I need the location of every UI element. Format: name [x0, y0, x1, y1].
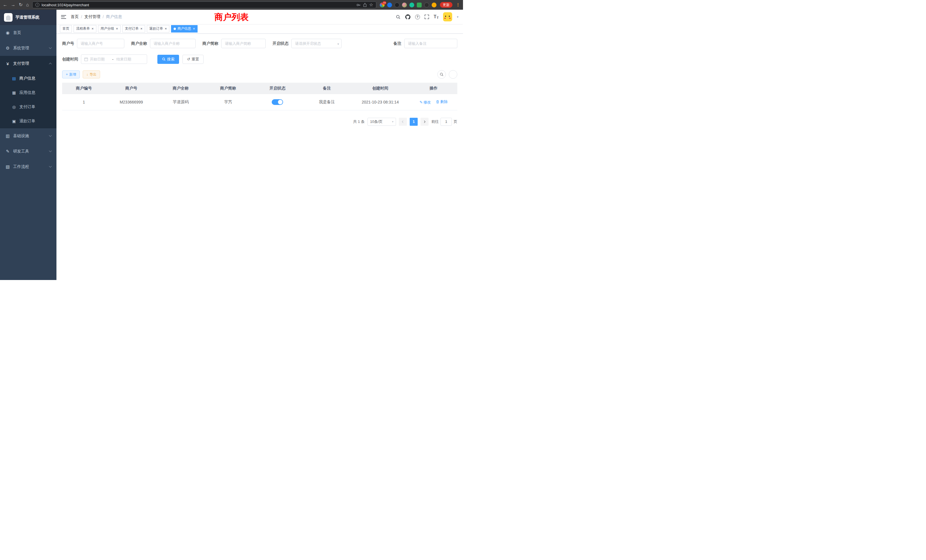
- merchant-table: 商户编号 商户号 商户全称 商户简称 开启状态 备注 创建时间 操作 1 M23…: [62, 83, 457, 110]
- pagination-total: 共 1 条: [353, 119, 365, 124]
- extension-icon[interactable]: [402, 3, 407, 8]
- edit-button[interactable]: ✎ 修改: [419, 100, 431, 105]
- breadcrumb-home[interactable]: 首页: [71, 14, 79, 20]
- merchant-no-input[interactable]: [77, 39, 124, 48]
- url-text[interactable]: localhost:1024/pay/merchant: [42, 3, 354, 7]
- extension-icon[interactable]: [417, 3, 422, 8]
- sidebar-item-devtools[interactable]: ✎ 研发工具: [0, 144, 56, 159]
- refund-icon: ▣: [11, 119, 17, 123]
- sidebar-item-system[interactable]: ⚙ 系统管理: [0, 41, 56, 56]
- create-time-range-picker[interactable]: -: [81, 54, 147, 64]
- password-key-icon[interactable]: [356, 3, 361, 7]
- fullscreen-icon[interactable]: [425, 15, 429, 19]
- share-icon[interactable]: [363, 3, 367, 7]
- yen-icon: ¥: [5, 61, 10, 66]
- hamburger-icon[interactable]: [61, 15, 66, 19]
- sidebar-item-label: 研发工具: [13, 149, 29, 154]
- search-form-row-1: 商户号 商户全称 商户简称 开启状态 ▾: [62, 39, 457, 48]
- edit-label: 修改: [424, 100, 431, 105]
- refresh-button[interactable]: [449, 70, 457, 79]
- remark-input[interactable]: [404, 39, 457, 48]
- extension-icon[interactable]: [432, 3, 436, 8]
- close-icon[interactable]: ×: [116, 27, 118, 30]
- status-toggle[interactable]: [272, 99, 283, 105]
- page-1-button[interactable]: 1: [410, 118, 418, 126]
- export-button[interactable]: ↓ 导出: [83, 70, 100, 79]
- close-icon[interactable]: ×: [193, 27, 195, 30]
- delete-button[interactable]: 删除: [436, 99, 448, 104]
- sidebar-item-pay-order[interactable]: ◎ 支付订单: [0, 100, 56, 114]
- plus-icon: +: [66, 73, 68, 76]
- extension-icon[interactable]: [424, 3, 429, 8]
- extension-icon[interactable]: [395, 3, 399, 8]
- short-name-input[interactable]: [221, 39, 266, 48]
- tab-refund-order[interactable]: 退款订单 ×: [147, 25, 169, 32]
- sidebar-item-workflow[interactable]: ▧ 工作流程: [0, 159, 56, 174]
- close-icon[interactable]: ×: [140, 27, 142, 30]
- end-date-input[interactable]: [117, 57, 136, 61]
- prev-page-button[interactable]: [399, 118, 407, 126]
- page-size-select[interactable]: 10条/页 ▾: [368, 118, 396, 126]
- close-icon[interactable]: ×: [165, 27, 167, 30]
- tab-home[interactable]: 首页: [60, 25, 72, 32]
- add-button[interactable]: + 新增: [62, 70, 80, 79]
- reset-button[interactable]: ↺ 重置: [183, 55, 204, 64]
- forward-icon[interactable]: →: [11, 3, 15, 7]
- back-icon[interactable]: ←: [3, 3, 8, 7]
- sidebar-item-payment[interactable]: ¥ 支付管理: [0, 56, 56, 71]
- address-bar[interactable]: i localhost:1024/pay/merchant ☆: [32, 2, 376, 8]
- col-actions: 操作: [410, 83, 457, 94]
- workflow-icon: ▧: [5, 164, 10, 170]
- search-icon[interactable]: [396, 15, 401, 20]
- start-date-input[interactable]: [90, 57, 109, 61]
- reload-icon[interactable]: ↻: [19, 3, 23, 7]
- site-info-icon[interactable]: i: [35, 3, 39, 7]
- avatar-caret-icon[interactable]: ▾: [457, 15, 458, 19]
- extension-icon[interactable]: [409, 3, 414, 8]
- status-select[interactable]: [291, 39, 342, 48]
- tab-label: 支付订单: [125, 26, 139, 31]
- extension-icon[interactable]: [387, 3, 392, 8]
- tab-label: 首页: [62, 26, 69, 31]
- bookmark-star-icon[interactable]: ☆: [369, 3, 373, 7]
- tab-process-form[interactable]: 流程表单 ×: [74, 25, 96, 32]
- next-page-button[interactable]: [421, 118, 428, 126]
- browser-update-button[interactable]: 更新: [440, 2, 452, 8]
- sidebar-item-label: 应用信息: [20, 90, 35, 95]
- goto-page-input[interactable]: [440, 118, 452, 126]
- tab-user-group[interactable]: 用户分组 ×: [98, 25, 121, 32]
- browser-menu-icon[interactable]: ⋮: [456, 2, 460, 8]
- col-merchant-no: 商户号: [106, 83, 157, 94]
- sidebar-item-label: 商户信息: [20, 76, 35, 81]
- toggle-search-button[interactable]: [437, 70, 446, 79]
- sidebar-item-home[interactable]: ◉ 首页: [0, 25, 56, 41]
- github-icon[interactable]: [405, 14, 410, 20]
- sidebar-item-infrastructure[interactable]: ▥ 基础设施: [0, 128, 56, 144]
- tab-label: 退款订单: [150, 26, 163, 31]
- reset-button-label: 重置: [192, 57, 199, 62]
- app-logo-area[interactable]: 芋道管理系统: [0, 10, 56, 25]
- user-avatar[interactable]: [443, 12, 452, 21]
- merchant-no-label: 商户号: [62, 41, 74, 46]
- search-button[interactable]: 搜索: [157, 55, 179, 64]
- table-row: 1 M233666999 芋道源码 芋艿 我是备注 2021-10-23 08:…: [62, 94, 457, 110]
- sidebar-item-app-info[interactable]: ▦ 应用信息: [0, 86, 56, 100]
- tab-merchant-info[interactable]: 商户信息 ×: [171, 25, 198, 32]
- sidebar-item-label: 系统管理: [13, 45, 29, 51]
- extension-icon[interactable]: 10: [380, 3, 384, 8]
- close-icon[interactable]: ×: [92, 27, 94, 30]
- sidebar-item-label: 支付订单: [20, 104, 35, 109]
- breadcrumb-payment[interactable]: 支付管理: [85, 14, 100, 20]
- sidebar-payment-section: ¥ 支付管理 ▤ 商户信息 ▦ 应用信息 ◎ 支付订单 ▣ 退款订单: [0, 56, 56, 128]
- chevron-down-icon: [49, 46, 52, 49]
- sidebar-item-refund-order[interactable]: ▣ 退款订单: [0, 114, 56, 128]
- help-icon[interactable]: ?: [415, 15, 420, 20]
- home-icon[interactable]: ⌂: [26, 3, 29, 7]
- full-name-input[interactable]: [150, 39, 195, 48]
- tab-pay-order[interactable]: 支付订单 ×: [122, 25, 145, 32]
- cell-short-name: 芋艿: [204, 94, 252, 110]
- download-icon: ↓: [86, 73, 88, 76]
- font-size-icon[interactable]: TT: [434, 14, 439, 20]
- page-size-value: 10条/页: [370, 119, 383, 124]
- sidebar-item-merchant-info[interactable]: ▤ 商户信息: [0, 71, 56, 86]
